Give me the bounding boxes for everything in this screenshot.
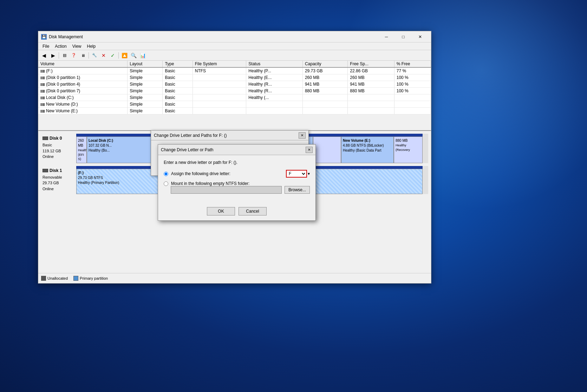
disk-list-button[interactable]: ▤ [60,52,69,59]
search-button[interactable]: 🔍 [129,52,138,59]
delete-button[interactable]: ✕ [99,52,108,59]
forward-button[interactable]: ▶ [49,52,57,59]
check-button[interactable]: ✓ [109,52,117,59]
disk0-status: Online [43,154,75,160]
disk1-type: Removable [43,174,75,180]
cell-free: 880 MB [348,88,394,94]
cell-pct [394,94,431,101]
close-button[interactable]: ✕ [412,31,428,42]
dialog-ok-button[interactable]: OK [207,207,235,215]
col-status: Status [246,61,303,67]
partition-new-vol-detail: 4.88 GB NTFS (BitLocker) [343,143,392,148]
assign-letter-radio[interactable] [164,172,168,176]
partition-recovery-size: 880 MB [396,138,421,143]
radio2-row: Mount in the following empty NTFS folder… [164,181,310,194]
disk1-info: Disk 1 Removable 29.73 GB Online [41,166,76,194]
help-button[interactable]: ❓ [70,52,78,59]
partition-recovery-small[interactable] [313,137,341,163]
cell-status [246,101,303,108]
up-button[interactable]: 🔼 [120,52,129,59]
disk1-label: Disk 1 [50,167,62,174]
cell-volume: (Disk 0 partition 4) [38,81,128,88]
cell-fs [193,101,246,108]
mount-folder-label: Mount in the following empty NTFS folder… [171,181,249,186]
legend-primary-label: Primary partition [80,276,108,280]
minimize-button[interactable]: ─ [378,31,394,42]
cell-type: Basic [163,94,193,101]
table-row[interactable]: New Volume (D:) Simple Basic [38,101,431,108]
cell-fs [193,74,246,81]
legend-unalloc-box [41,276,46,281]
dialog-description: Enter a new drive letter or path for F: … [164,160,310,165]
maximize-button[interactable]: □ [395,31,411,42]
cell-status: Healthy (P... [246,67,303,74]
dialog-bg-close-button[interactable]: ✕ [299,132,306,139]
dialog-fg-close-button[interactable]: ✕ [306,147,313,153]
cell-volume: (Disk 0 partition 1) [38,74,128,81]
cell-status: Healthy (R... [246,88,303,94]
legend-primary: Primary partition [73,276,108,281]
table-row[interactable]: (F:) Simple Basic NTFS Healthy (P... 29.… [38,67,431,74]
partition-new-volume[interactable]: New Volume (E:) 4.88 GB NTFS (BitLocker)… [341,137,394,163]
cell-type: Basic [163,74,193,81]
dialog-fg-title: Change Drive Letter or Path [161,147,306,152]
cell-status: Healthy (R... [246,81,303,88]
legend-unallocated: Unallocated [41,276,68,281]
cell-free [348,94,394,101]
scrollbar2[interactable] [423,166,428,194]
menu-help[interactable]: Help [84,43,99,49]
table-row[interactable]: (Disk 0 partition 1) Simple Basic Health… [38,74,431,81]
radio1-control: Assign the following drive letter: [164,171,230,176]
drive-letter-select[interactable]: F [286,170,307,178]
scrollbar[interactable] [423,134,428,163]
partition-efi-size: 260 MB [78,138,85,148]
cell-capacity: 941 MB [302,81,347,88]
settings-button[interactable]: 🔧 [90,52,99,59]
partition-efi[interactable]: 260 MB Healthy (EFI S) [77,137,87,163]
table-row[interactable]: (Disk 0 partition 7) Simple Basic Health… [38,88,431,94]
toolbar: ◀ ▶ ▤ ❓ 🖥 🔧 ✕ ✓ 🔼 🔍 📊 [38,50,431,61]
cell-fs: NTFS [193,67,246,74]
partition-recovery-big[interactable]: 880 MB Healthy (Recovery [394,137,422,163]
disk1-size: 29.73 GB [43,180,75,186]
cell-fs [193,94,246,101]
volume-table: Volume Layout Type File System Status Ca… [38,61,431,114]
dialog-bg-title-bar: Change Drive Letter and Paths for F: () … [151,131,308,140]
connect-button[interactable]: 🖥 [79,52,87,59]
back-button[interactable]: ◀ [40,52,48,59]
cell-capacity [302,101,347,108]
chart-button[interactable]: 📊 [138,52,147,59]
menu-file[interactable]: File [40,43,52,49]
app-icon: 💾 [41,34,47,40]
cell-layout: Simple [128,67,163,74]
folder-path-input[interactable] [171,186,282,194]
cell-free [348,101,394,108]
dialog-bg-title: Change Drive Letter and Paths for F: () [154,133,299,138]
legend-unalloc-label: Unallocated [47,276,68,280]
title-bar: 💾 Disk Management ─ □ ✕ [38,31,431,42]
col-layout: Layout [128,61,163,67]
col-volume: Volume [38,61,128,67]
volume-table-container: Volume Layout Type File System Status Ca… [38,61,431,131]
menu-action[interactable]: Action [52,43,69,49]
dialog-fg-title-bar: Change Drive Letter or Path ✕ [158,145,315,155]
col-pct: % Free [394,61,431,67]
cell-pct: 100 % [394,88,431,94]
cell-status: Healthy (E... [246,74,303,81]
cell-capacity [302,94,347,101]
table-row[interactable]: Local Disk (C:) Simple Basic Healthy (..… [38,94,431,101]
cell-capacity: 260 MB [302,74,347,81]
table-row[interactable]: New Volume (E:) Simple Basic [38,108,431,114]
menu-view[interactable]: View [70,43,84,49]
browse-button[interactable]: Browse... [285,186,310,194]
drive-letter-dropdown: F ▾ [286,170,310,178]
cell-layout: Simple [128,88,163,94]
radio1-row: Assign the following drive letter: F ▾ [164,170,310,178]
cell-type: Basic [163,81,193,88]
table-row[interactable]: (Disk 0 partition 4) Simple Basic Health… [38,81,431,88]
cell-capacity [302,108,347,114]
cell-type: Basic [163,101,193,108]
cell-free: 941 MB [348,81,394,88]
dialog-cancel-button[interactable]: Cancel [239,207,267,215]
mount-folder-radio[interactable] [164,181,168,186]
